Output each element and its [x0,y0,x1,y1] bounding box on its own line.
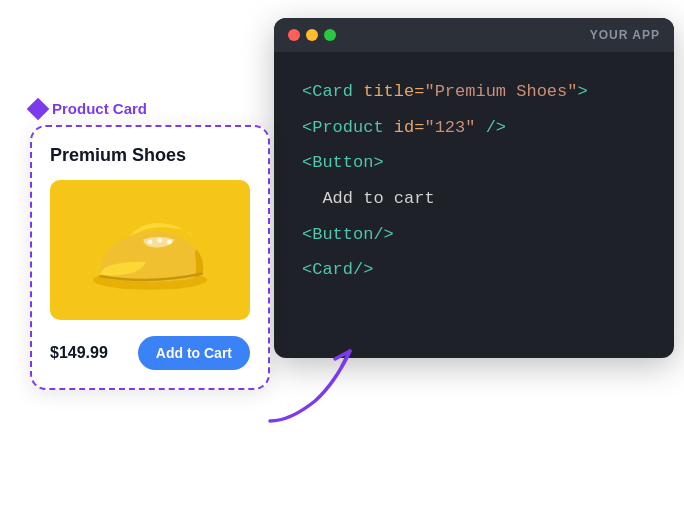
code-line-6: <Card/> [302,252,646,288]
traffic-light-green[interactable] [324,29,336,41]
code-body: <Card title="Premium Shoes"> <Product id… [274,52,674,310]
card-footer: $149.99 Add to Cart [50,336,250,370]
traffic-lights [288,29,336,41]
app-label: YOUR APP [590,28,660,42]
arrow-container [260,331,380,431]
product-card-wrapper: Product Card Premium Shoes [30,100,270,390]
code-line-2: <Product id="123" /> [302,110,646,146]
diamond-icon [27,97,50,120]
product-card: Premium Shoes [30,125,270,390]
titlebar: YOUR APP [274,18,674,52]
price: $149.99 [50,344,108,362]
shoe-illustration [85,200,215,300]
scene: YOUR APP <Card title="Premium Shoes"> <P… [0,0,684,511]
card-title: Premium Shoes [50,145,250,166]
svg-point-1 [148,239,153,244]
code-line-5: <Button/> [302,217,646,253]
traffic-light-yellow[interactable] [306,29,318,41]
traffic-light-red[interactable] [288,29,300,41]
code-window: YOUR APP <Card title="Premium Shoes"> <P… [274,18,674,358]
card-image-area [50,180,250,320]
code-line-3: <Button> [302,145,646,181]
product-card-label-text: Product Card [52,100,147,117]
card-inner: Premium Shoes [32,127,268,388]
arrow-svg [260,331,380,431]
svg-point-2 [157,238,162,243]
code-line-1: <Card title="Premium Shoes"> [302,74,646,110]
product-card-label: Product Card [30,100,270,117]
svg-point-3 [167,239,172,244]
code-line-4: Add to cart [302,181,646,217]
add-to-cart-button[interactable]: Add to Cart [138,336,250,370]
